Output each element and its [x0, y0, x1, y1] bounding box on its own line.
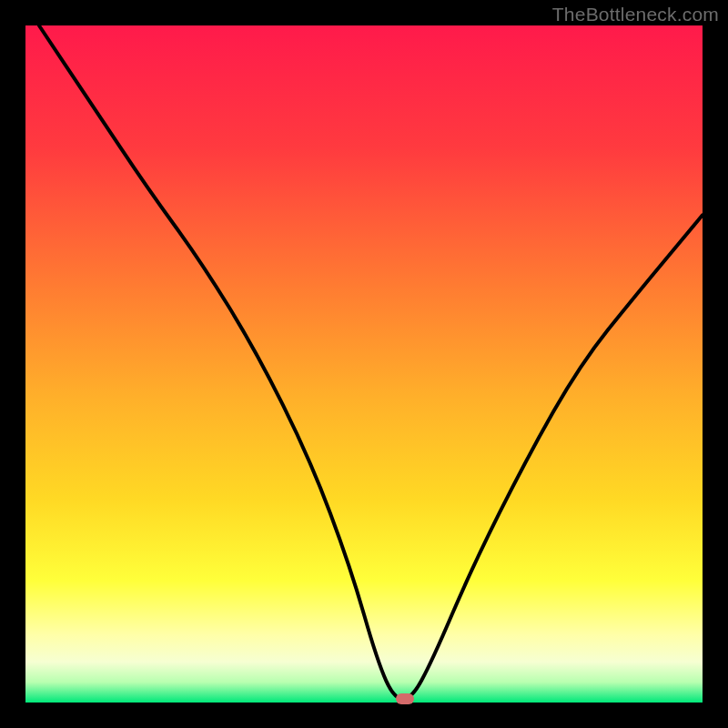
curve-path	[39, 25, 703, 699]
plot-area	[25, 25, 703, 703]
optimum-marker	[396, 693, 414, 704]
chart-frame: TheBottleneck.com	[0, 0, 728, 728]
bottleneck-curve	[25, 25, 703, 703]
watermark-label: TheBottleneck.com	[552, 4, 719, 25]
